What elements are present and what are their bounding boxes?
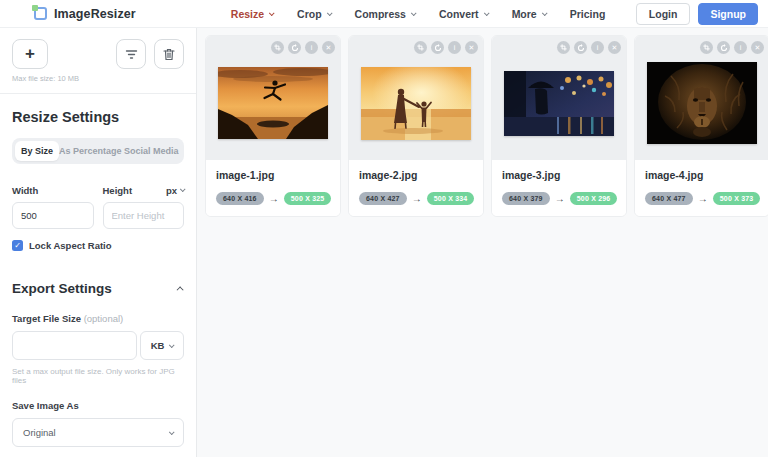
file-size-unit-select[interactable]: KB xyxy=(140,331,184,360)
settings-sidebar: + xyxy=(0,28,197,457)
thumbnail-panel: i ✕ xyxy=(349,36,483,160)
nav-item-more[interactable]: More xyxy=(512,8,546,20)
nav-item-compress[interactable]: Compress xyxy=(355,8,415,20)
login-button[interactable]: Login xyxy=(636,3,691,25)
imageresizer-logo-icon xyxy=(34,7,47,20)
tab-by-size[interactable]: By Size xyxy=(15,141,59,161)
plus-icon: + xyxy=(25,44,35,64)
brand-logo[interactable]: ImageResizer xyxy=(34,7,136,21)
add-image-button[interactable]: + xyxy=(12,39,48,69)
chevron-down-icon xyxy=(180,186,186,192)
original-dimensions-badge: 640 X 379 xyxy=(502,192,550,205)
target-file-size-label: Target File Size (optional) xyxy=(12,313,184,324)
filter-icon xyxy=(125,49,138,60)
rotate-icon[interactable] xyxy=(717,41,730,54)
arrow-right-icon: → xyxy=(555,193,565,204)
rotate-icon[interactable] xyxy=(288,41,301,54)
width-input[interactable] xyxy=(12,202,94,229)
image-thumbnail[interactable] xyxy=(504,71,614,136)
chevron-down-icon xyxy=(542,10,548,16)
resized-dimensions-badge: 500 X 373 xyxy=(713,192,761,205)
close-icon[interactable]: ✕ xyxy=(322,41,335,54)
lock-aspect-ratio-label: Lock Aspect Ratio xyxy=(29,240,112,251)
signup-button[interactable]: Signup xyxy=(698,3,758,25)
close-icon[interactable]: ✕ xyxy=(608,41,621,54)
image-card: i ✕ xyxy=(491,35,627,217)
original-dimensions-badge: 640 X 416 xyxy=(216,192,264,205)
width-label: Width xyxy=(12,185,38,196)
chevron-down-icon xyxy=(411,10,417,16)
crop-icon[interactable] xyxy=(414,41,427,54)
resized-dimensions-badge: 500 X 334 xyxy=(427,192,475,205)
brand-name: ImageResizer xyxy=(54,7,136,21)
height-label: Height xyxy=(103,185,133,196)
divider xyxy=(0,93,196,94)
card-info: image-2.jpg 640 X 427 → 500 X 334 xyxy=(349,160,483,216)
close-icon[interactable]: ✕ xyxy=(751,41,764,54)
info-icon[interactable]: i xyxy=(448,41,461,54)
height-input[interactable] xyxy=(103,202,185,229)
crop-icon[interactable] xyxy=(557,41,570,54)
lock-aspect-ratio-option[interactable]: ✓ Lock Aspect Ratio xyxy=(12,240,184,251)
thumbnail-panel: i ✕ xyxy=(492,36,626,160)
card-info: image-4.jpg 640 X 477 → 500 X 373 xyxy=(635,160,768,216)
arrow-right-icon: → xyxy=(269,193,279,204)
tab-as-percentage[interactable]: As Percentage xyxy=(59,141,122,161)
filename: image-4.jpg xyxy=(645,169,759,181)
max-file-size-note: Max file size: 10 MB xyxy=(12,74,184,83)
original-dimensions-badge: 640 X 477 xyxy=(645,192,693,205)
target-file-size-input[interactable] xyxy=(12,331,137,360)
save-image-as-label: Save Image As xyxy=(12,400,184,411)
chevron-down-icon xyxy=(269,10,275,16)
resized-dimensions-badge: 500 X 296 xyxy=(570,192,618,205)
unit-select[interactable]: px xyxy=(166,185,184,196)
original-dimensions-badge: 640 X 427 xyxy=(359,192,407,205)
filename: image-1.jpg xyxy=(216,169,330,181)
file-toolbar: + xyxy=(12,39,184,69)
close-icon[interactable]: ✕ xyxy=(465,41,478,54)
rotate-icon[interactable] xyxy=(431,41,444,54)
save-format-select[interactable]: Original xyxy=(12,418,184,447)
arrow-right-icon: → xyxy=(698,193,708,204)
thumbnail-panel: i ✕ xyxy=(635,36,768,160)
trash-icon xyxy=(163,48,175,61)
nav-item-convert[interactable]: Convert xyxy=(439,8,488,20)
resized-dimensions-badge: 500 X 325 xyxy=(284,192,332,205)
image-thumbnail[interactable] xyxy=(218,67,328,139)
chevron-down-icon xyxy=(326,10,332,16)
export-settings-title: Export Settings xyxy=(12,281,112,296)
info-icon[interactable]: i xyxy=(734,41,747,54)
image-card: i ✕ xyxy=(348,35,484,217)
chevron-down-icon xyxy=(169,429,175,435)
image-card: i ✕ xyxy=(205,35,341,217)
crop-icon[interactable] xyxy=(271,41,284,54)
resize-mode-tabs: By Size As Percentage Social Media xyxy=(12,138,184,164)
crop-icon[interactable] xyxy=(700,41,713,54)
card-info: image-3.jpg 640 X 379 → 500 X 296 xyxy=(492,160,626,216)
image-thumbnail[interactable] xyxy=(647,62,757,144)
auth-buttons: Login Signup xyxy=(636,3,758,25)
main-nav: Resize Crop Compress Convert More Pricin… xyxy=(231,8,636,20)
info-icon[interactable]: i xyxy=(305,41,318,54)
filename: image-2.jpg xyxy=(359,169,473,181)
nav-item-resize[interactable]: Resize xyxy=(231,8,273,20)
rotate-icon[interactable] xyxy=(574,41,587,54)
nav-item-crop[interactable]: Crop xyxy=(297,8,331,20)
filename: image-3.jpg xyxy=(502,169,616,181)
info-icon[interactable]: i xyxy=(591,41,604,54)
resize-settings-title: Resize Settings xyxy=(12,109,184,125)
checkbox-checked-icon[interactable]: ✓ xyxy=(12,240,23,251)
top-navbar: ImageResizer Resize Crop Compress Conver… xyxy=(0,0,768,28)
nav-item-pricing[interactable]: Pricing xyxy=(570,8,606,20)
target-file-size-helper: Set a max output file size. Only works f… xyxy=(12,367,184,385)
chevron-up-icon xyxy=(177,286,184,293)
image-list-area: i ✕ xyxy=(197,28,768,457)
filter-button[interactable] xyxy=(116,39,146,69)
arrow-right-icon: → xyxy=(412,193,422,204)
chevron-down-icon xyxy=(484,10,490,16)
image-thumbnail[interactable] xyxy=(361,67,471,140)
export-settings-header[interactable]: Export Settings xyxy=(12,281,184,296)
image-card: i ✕ xyxy=(634,35,768,217)
tab-social-media[interactable]: Social Media xyxy=(122,141,181,161)
delete-all-button[interactable] xyxy=(154,39,184,69)
